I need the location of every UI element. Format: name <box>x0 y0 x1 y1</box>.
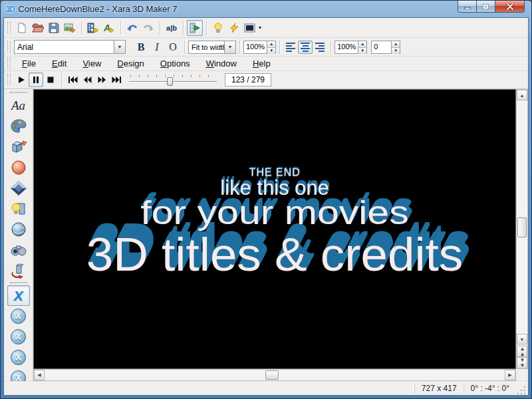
export-movie-button[interactable] <box>85 20 101 36</box>
style-x-circle-3-button[interactable]: X <box>7 347 30 368</box>
open-button[interactable] <box>30 20 46 36</box>
menu-design[interactable]: Design <box>109 57 152 70</box>
scroll-down-button[interactable]: ▼ <box>517 334 527 344</box>
bevel-options-button[interactable] <box>7 157 30 178</box>
spinner-arrows[interactable]: ▲▼ <box>358 41 366 53</box>
italic-button[interactable]: I <box>149 39 165 55</box>
animation-options-button[interactable] <box>7 260 30 281</box>
toolbar-gripper[interactable] <box>7 74 11 86</box>
undo-button[interactable] <box>124 20 140 36</box>
menu-window[interactable]: Window <box>198 57 245 70</box>
spin-up-icon[interactable]: ▲ <box>392 41 400 48</box>
menu-edit[interactable]: Edit <box>44 57 74 70</box>
slider-thumb[interactable] <box>167 77 173 86</box>
chevron-down-icon[interactable]: ▼ <box>224 41 235 53</box>
toolbar-gripper[interactable] <box>7 22 11 34</box>
vertical-scrollbar[interactable]: ▲ ▼ ▲▲ ▼▼ <box>516 89 528 369</box>
style-x-circle-4-button[interactable]: X <box>7 368 30 381</box>
toolbar-separator <box>120 21 121 35</box>
texture-options-button[interactable] <box>7 219 30 239</box>
align-left-button[interactable] <box>283 41 298 54</box>
toolbar-gripper[interactable] <box>7 58 11 70</box>
slider-track[interactable] <box>129 81 217 82</box>
horizontal-scrollbar[interactable]: ◀ ▶ <box>33 369 516 381</box>
frame-slider[interactable] <box>129 73 217 86</box>
tracking-spinner[interactable]: 0 ▲▼ <box>371 41 400 54</box>
lighting-options-button[interactable] <box>7 198 30 219</box>
menu-view[interactable]: View <box>74 57 109 70</box>
horizontal-scroll-track[interactable] <box>45 370 505 380</box>
toolbar-gripper[interactable] <box>7 41 11 53</box>
skip-first-button[interactable] <box>65 72 80 87</box>
style-x-plain-button[interactable]: X <box>7 285 30 306</box>
toolbar-separator <box>183 21 184 35</box>
spinner-arrows[interactable]: ▲▼ <box>267 41 275 53</box>
edit-text-button[interactable]: a|b <box>164 20 180 36</box>
step-forward-button[interactable] <box>94 72 109 87</box>
title-bar[interactable]: 3D ComeHereDownBlue2 - Xara 3D Maker 7 <box>1 1 531 17</box>
play-button[interactable] <box>14 72 29 87</box>
skip-last-button[interactable] <box>109 72 124 87</box>
color-options-button[interactable] <box>7 116 30 136</box>
outline-button[interactable]: O <box>165 39 181 55</box>
spin-down-icon[interactable]: ▼ <box>392 48 400 54</box>
lighting-button[interactable] <box>210 20 226 36</box>
new-document-button[interactable] <box>14 20 30 36</box>
close-button[interactable] <box>495 1 525 13</box>
menu-file[interactable]: File <box>14 57 44 70</box>
scroll-up-button[interactable]: ▲ <box>517 90 527 100</box>
spin-down-icon[interactable]: ▼ <box>358 48 366 54</box>
toggle-animation-button[interactable] <box>187 20 203 36</box>
bold-button[interactable]: B <box>133 39 149 55</box>
spinner-arrows[interactable]: ▲▼ <box>391 41 400 53</box>
shadow-options-button[interactable] <box>7 178 30 198</box>
style-x-circle-1-button[interactable]: X <box>7 306 30 327</box>
stop-button[interactable] <box>43 72 58 87</box>
font-select[interactable]: Arial ▼ <box>14 40 126 54</box>
playback-toolbar: 123 / 279 <box>4 71 528 89</box>
resize-grip[interactable] <box>517 385 527 394</box>
vertical-scroll-track[interactable] <box>517 100 527 334</box>
pause-button[interactable] <box>29 72 43 87</box>
redo-button[interactable] <box>140 20 156 36</box>
scroll-left-button[interactable]: ◀ <box>34 370 45 380</box>
line-spacing-spinner[interactable]: 100% ▲▼ <box>334 41 367 54</box>
chevron-down-icon[interactable]: ▼ <box>114 41 125 53</box>
status-bar: 727 x 417 0° : -4° : 0° <box>4 381 528 395</box>
extrusion-options-button[interactable] <box>7 136 30 157</box>
horizontal-scroll-thumb[interactable] <box>265 370 279 380</box>
spin-up-icon[interactable]: ▲ <box>358 41 366 48</box>
stop-icon <box>47 76 54 83</box>
menu-options[interactable]: Options <box>152 57 198 70</box>
maximize-button[interactable] <box>477 1 495 13</box>
page-down-button[interactable]: ▼▼ <box>517 357 527 368</box>
zoom-mode-select[interactable]: Fit to width ▼ <box>188 41 236 54</box>
align-right-button[interactable] <box>313 41 327 54</box>
style-x-circle-2-button[interactable]: X <box>7 327 30 347</box>
render-button[interactable] <box>226 20 242 36</box>
minimize-button[interactable] <box>458 1 477 13</box>
style-x-icon: X <box>13 288 23 304</box>
vertical-scroll-thumb[interactable] <box>517 217 527 237</box>
sidebar-gripper[interactable] <box>10 92 27 93</box>
display-quality-dropdown-icon[interactable]: ▾ <box>259 25 261 31</box>
sidebar-separator <box>10 282 27 283</box>
display-quality-button[interactable] <box>242 20 258 36</box>
spin-up-icon[interactable]: ▲ <box>267 41 275 48</box>
page-up-button[interactable]: ▲▲ <box>517 346 527 357</box>
render-canvas[interactable]: THE END like this one for your movies 3D… <box>33 89 516 369</box>
text-options-icon: Aa <box>11 98 25 113</box>
maximize-icon <box>482 3 489 10</box>
scroll-right-button[interactable]: ▶ <box>505 370 515 380</box>
save-button[interactable] <box>46 20 62 36</box>
preview-button[interactable] <box>7 239 30 260</box>
menu-help[interactable]: Help <box>245 57 279 70</box>
style-x-circle-icon: X <box>11 350 26 365</box>
spin-down-icon[interactable]: ▼ <box>267 48 275 54</box>
export-animation-button[interactable]: A <box>101 20 117 36</box>
export-image-button[interactable] <box>62 20 78 36</box>
text-options-button[interactable]: Aa <box>7 95 30 116</box>
font-size-spinner[interactable]: 100% ▲▼ <box>243 41 276 54</box>
step-back-button[interactable] <box>80 72 94 87</box>
align-center-button[interactable] <box>298 41 313 54</box>
